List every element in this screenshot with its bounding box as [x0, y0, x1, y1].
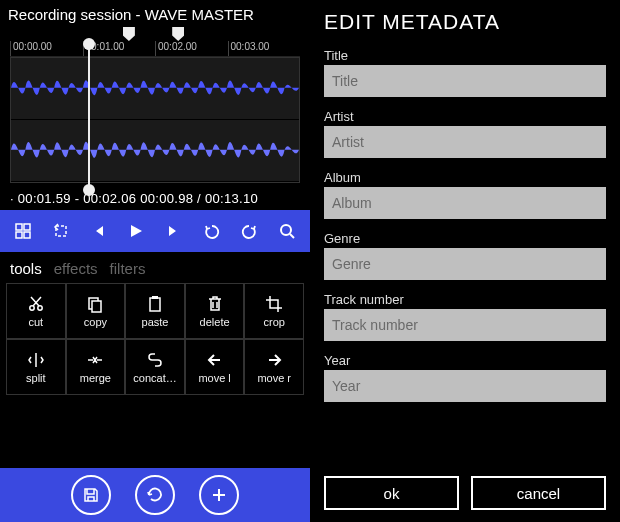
svg-point-0: [281, 225, 291, 235]
grid-button[interactable]: [4, 210, 42, 252]
playhead[interactable]: [88, 44, 90, 190]
delete-button[interactable]: delete: [185, 283, 245, 339]
ruler-tick: 00:03.00: [228, 41, 301, 56]
tool-label: merge: [80, 372, 111, 384]
split-button[interactable]: split: [6, 339, 66, 395]
tab-effects[interactable]: effects: [54, 260, 98, 277]
redo-button[interactable]: [231, 210, 269, 252]
ruler-tick: 00:02.00: [155, 41, 228, 56]
ok-button[interactable]: ok: [324, 476, 459, 510]
save-button[interactable]: [71, 475, 111, 515]
artist-field[interactable]: [324, 126, 606, 158]
bottom-bar: [0, 468, 310, 522]
tool-label: cut: [28, 316, 43, 328]
arrow-left-icon: [206, 351, 224, 369]
marker-row: [10, 27, 300, 41]
track-2[interactable]: [11, 120, 299, 182]
play-button[interactable]: [117, 210, 155, 252]
copy-icon: [86, 295, 104, 313]
svg-rect-4: [92, 301, 101, 312]
time-ruler[interactable]: 00:00.00 00:01.00 00:02.00 00:03.00: [10, 41, 300, 57]
move-right-button[interactable]: move r: [244, 339, 304, 395]
plus-icon: [210, 486, 228, 504]
waveform-icon: [11, 120, 299, 180]
title-label: Title: [324, 48, 606, 63]
concat-button[interactable]: concat…: [125, 339, 185, 395]
svg-rect-6: [152, 296, 158, 299]
transport-bar: [0, 210, 310, 252]
svg-rect-5: [150, 298, 160, 311]
tool-grid: cut copy paste delete crop split merge c…: [0, 283, 310, 395]
artist-label: Artist: [324, 109, 606, 124]
tool-label: delete: [200, 316, 230, 328]
trash-icon: [206, 295, 224, 313]
undo-button[interactable]: [193, 210, 231, 252]
metadata-dialog: EDIT METADATA Title Artist Album Genre T…: [310, 0, 620, 522]
tool-label: concat…: [133, 372, 176, 384]
split-icon: [27, 351, 45, 369]
timeline: 00:00.00 00:01.00 00:02.00 00:03.00: [10, 27, 300, 183]
playhead-handle-icon: [83, 184, 95, 196]
revert-button[interactable]: [42, 210, 80, 252]
cancel-button[interactable]: cancel: [471, 476, 606, 510]
track-number-label: Track number: [324, 292, 606, 307]
tool-label: crop: [263, 316, 284, 328]
tool-label: move l: [198, 372, 230, 384]
waveform-area[interactable]: [10, 57, 300, 183]
link-icon: [146, 351, 164, 369]
tool-tabs: tools effects filters: [0, 252, 310, 283]
merge-icon: [86, 351, 104, 369]
dialog-buttons: ok cancel: [324, 476, 606, 510]
tool-label: split: [26, 372, 46, 384]
refresh-icon: [146, 486, 164, 504]
tab-tools[interactable]: tools: [10, 260, 42, 277]
genre-field[interactable]: [324, 248, 606, 280]
crop-button[interactable]: crop: [244, 283, 304, 339]
genre-label: Genre: [324, 231, 606, 246]
year-field[interactable]: [324, 370, 606, 402]
range-end-marker[interactable]: [172, 27, 184, 41]
merge-button[interactable]: merge: [66, 339, 126, 395]
copy-button[interactable]: copy: [66, 283, 126, 339]
dialog-heading: EDIT METADATA: [324, 10, 606, 34]
crop-icon: [265, 295, 283, 313]
tab-filters[interactable]: filters: [110, 260, 146, 277]
add-button[interactable]: [199, 475, 239, 515]
refresh-button[interactable]: [135, 475, 175, 515]
audio-editor-pane: Recording session - WAVE MASTER 00:00.00…: [0, 0, 310, 522]
waveform-icon: [11, 58, 299, 118]
year-label: Year: [324, 353, 606, 368]
track-1[interactable]: [11, 58, 299, 120]
tool-label: paste: [142, 316, 169, 328]
paste-button[interactable]: paste: [125, 283, 185, 339]
session-title: Recording session - WAVE MASTER: [0, 0, 310, 27]
arrow-right-icon: [265, 351, 283, 369]
scissors-icon: [27, 295, 45, 313]
tool-label: copy: [84, 316, 107, 328]
move-left-button[interactable]: move l: [185, 339, 245, 395]
time-readout: · 00:01.59 - 00:02.06 00:00.98 / 00:13.1…: [0, 183, 310, 210]
prev-button[interactable]: [80, 210, 118, 252]
title-field[interactable]: [324, 65, 606, 97]
save-icon: [82, 486, 100, 504]
album-label: Album: [324, 170, 606, 185]
zoom-button[interactable]: [268, 210, 306, 252]
cut-button[interactable]: cut: [6, 283, 66, 339]
ruler-tick: 00:00.00: [10, 41, 83, 56]
paste-icon: [146, 295, 164, 313]
tool-label: move r: [257, 372, 291, 384]
playhead-handle-icon: [83, 38, 95, 50]
range-start-marker[interactable]: [123, 27, 135, 41]
album-field[interactable]: [324, 187, 606, 219]
track-number-field[interactable]: [324, 309, 606, 341]
next-button[interactable]: [155, 210, 193, 252]
